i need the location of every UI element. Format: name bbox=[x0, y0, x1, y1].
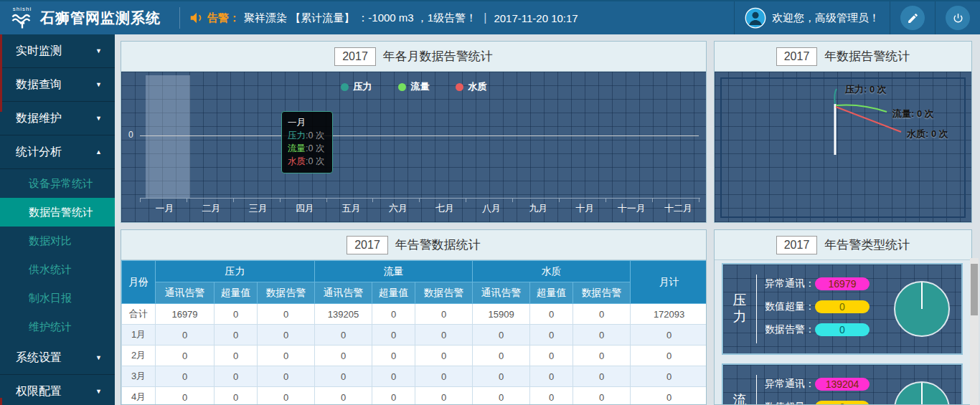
scrollbar-thumb[interactable] bbox=[971, 264, 978, 315]
row-month-label: 2月 bbox=[122, 346, 156, 366]
row-cell-value: 0 bbox=[573, 387, 631, 405]
sidebar-item-data-maintenance[interactable]: 数据维护 ▼ bbox=[0, 102, 115, 135]
year-input[interactable]: 2017 bbox=[776, 47, 818, 66]
row-cell-value: 0 bbox=[156, 346, 215, 366]
alarm-message: 聚祥漂染 【累计流量】 ：-1000 m3 ，1级告警！ bbox=[244, 11, 476, 25]
panel-yearly-alarm-chart: 2017 年数据告警统计 压力: 0 次 流量: 0 次 水质: 0 次 bbox=[714, 41, 972, 223]
stat-label: 数值超量： bbox=[765, 300, 815, 313]
panel-title: 年告警类型统计 bbox=[824, 237, 910, 253]
row-cell-value: 0 bbox=[415, 346, 473, 366]
sidebar-item-data-compare[interactable]: 数据对比 bbox=[0, 227, 115, 255]
panel-title: 年告警数据统计 bbox=[395, 237, 481, 253]
tooltip-value: :0 次 bbox=[306, 143, 324, 153]
row-cell-value: 0 bbox=[215, 387, 258, 405]
speaker-icon bbox=[189, 10, 204, 26]
sidebar-item-statistics[interactable]: 统计分析 ▲ bbox=[0, 135, 115, 169]
card-separator bbox=[756, 275, 757, 343]
sidebar-item-data-query[interactable]: 数据查询 ▼ bbox=[0, 68, 115, 102]
power-icon bbox=[952, 12, 964, 24]
sidebar-item-data-alarm-stats[interactable]: 数据告警统计 bbox=[0, 198, 115, 227]
table-row: 3月0000000000 bbox=[122, 366, 707, 387]
legend-label: 水质 bbox=[468, 80, 487, 93]
chevron-up-icon: ▲ bbox=[95, 148, 102, 156]
panel-alarm-type-stats: 2017 年告警类型统计 压力 异常通讯： 16979 数值超量： 0 数据告警… bbox=[714, 229, 972, 405]
sidebar-item-water-supply-stats[interactable]: 供水统计 bbox=[0, 255, 115, 284]
table-row: 1月0000000000 bbox=[122, 325, 707, 346]
pie-label-flow: 流量: 0 次 bbox=[892, 108, 934, 120]
legend-item-quality[interactable]: 水质 bbox=[456, 80, 487, 93]
year-input[interactable]: 2017 bbox=[347, 236, 388, 254]
sidebar-item-water-production-daily[interactable]: 制水日报 bbox=[0, 284, 115, 313]
pie-leader-lines bbox=[715, 72, 971, 223]
sidebar-item-maintenance-stats[interactable]: 维护统计 bbox=[0, 313, 115, 341]
chevron-down-icon: ▼ bbox=[95, 388, 102, 395]
row-cell-value: 0 bbox=[315, 346, 372, 366]
app-header: shishi 石狮管网监测系统 告警： 聚祥漂染 【累计流量】 ：-1000 m… bbox=[0, 0, 980, 34]
menu-label: 数据查询 bbox=[16, 77, 62, 92]
row-cell-value: 0 bbox=[415, 325, 473, 346]
chevron-down-icon: ▼ bbox=[95, 47, 102, 54]
col-over-limit: 超量值 bbox=[530, 282, 573, 304]
row-cell-value: 0 bbox=[258, 346, 315, 366]
row-cell-value: 0 bbox=[215, 366, 258, 387]
pie-needle bbox=[921, 383, 923, 405]
tooltip-value: :0 次 bbox=[306, 130, 324, 140]
col-comm-alarm: 通讯告警 bbox=[156, 282, 215, 304]
sidebar-item-device-anomaly-stats[interactable]: 设备异常统计 bbox=[0, 169, 115, 198]
monthly-chart: 压力 流量 水质 0 一月 压力:0 次 流量:0 次 水质:0 次 bbox=[121, 72, 706, 223]
stat-label: 数据告警： bbox=[765, 323, 815, 336]
stat-badge-over: 0 bbox=[815, 300, 870, 313]
row-cell-value: 0 bbox=[473, 366, 530, 387]
menu-label: 系统设置 bbox=[16, 351, 62, 366]
user-info: 欢迎您，高级管理员！ bbox=[734, 1, 890, 34]
table-row: 4月0000000000 bbox=[122, 387, 707, 405]
year-input[interactable]: 2017 bbox=[334, 47, 376, 66]
row-cell-value: 0 bbox=[372, 366, 415, 387]
row-cell-value: 0 bbox=[631, 387, 707, 405]
tooltip-row: 流量:0 次 bbox=[288, 142, 326, 155]
row-cell-value: 0 bbox=[215, 346, 258, 366]
menu-label: 统计分析 bbox=[16, 145, 62, 160]
row-cell-value: 0 bbox=[315, 325, 372, 346]
sidebar-item-permissions[interactable]: 权限配置 ▼ bbox=[0, 375, 115, 405]
types-panel-scrollbar[interactable] bbox=[970, 258, 979, 405]
y-axis-zero-label: 0 bbox=[128, 130, 133, 140]
stat-label: 数值超量： bbox=[765, 401, 815, 405]
main-content: 2017 年各月数据告警统计 压力 流量 水质 0 bbox=[115, 34, 980, 405]
x-axis-labels: 一月二月三月四月五月六月七月八月九月十月十一月十二月 bbox=[141, 202, 702, 215]
submenu-label: 制水日报 bbox=[29, 292, 72, 305]
stat-badge-comm: 139204 bbox=[815, 378, 870, 391]
row-cell-value: 0 bbox=[573, 325, 631, 346]
pie-needle bbox=[921, 282, 923, 309]
table-row: 合计1697900139205001590900172093 bbox=[122, 304, 707, 325]
power-button[interactable] bbox=[946, 6, 970, 30]
stat-badge-data: 0 bbox=[815, 323, 870, 336]
table-row: 2月0000000000 bbox=[122, 346, 707, 366]
chevron-down-icon: ▼ bbox=[95, 81, 102, 88]
zero-value-line bbox=[140, 135, 699, 136]
sidebar-item-system-settings[interactable]: 系统设置 ▼ bbox=[0, 341, 115, 375]
header-divider bbox=[179, 7, 180, 29]
pie-label-pressure: 压力: 0 次 bbox=[845, 83, 887, 96]
sidebar-item-realtime[interactable]: 实时监测 ▼ bbox=[0, 34, 115, 68]
x-axis-label: 二月 bbox=[188, 202, 235, 215]
col-data-alarm: 数据告警 bbox=[415, 282, 473, 304]
col-group-quality: 水质 bbox=[473, 261, 631, 282]
legend-dot-pressure bbox=[341, 83, 349, 91]
legend-item-flow[interactable]: 流量 bbox=[398, 80, 430, 93]
edit-button[interactable] bbox=[900, 6, 925, 30]
x-axis-label: 六月 bbox=[374, 202, 421, 215]
row-cell-value: 0 bbox=[258, 304, 315, 325]
tooltip-series: 水质 bbox=[288, 156, 306, 166]
legend-item-pressure[interactable]: 压力 bbox=[341, 80, 372, 93]
year-input[interactable]: 2017 bbox=[776, 236, 818, 254]
tooltip-value: :0 次 bbox=[306, 156, 324, 166]
row-cell-value: 0 bbox=[215, 304, 258, 325]
type-card-pressure: 压力 异常通讯： 16979 数值超量： 0 数据告警： 0 bbox=[722, 263, 963, 355]
submenu-label: 维护统计 bbox=[29, 320, 72, 334]
col-group-pressure: 压力 bbox=[156, 261, 315, 282]
row-cell-value: 0 bbox=[372, 325, 415, 346]
card-category-label: 压力 bbox=[732, 292, 748, 325]
row-cell-value: 0 bbox=[631, 325, 707, 346]
stat-badge-over: 0 bbox=[815, 401, 870, 405]
